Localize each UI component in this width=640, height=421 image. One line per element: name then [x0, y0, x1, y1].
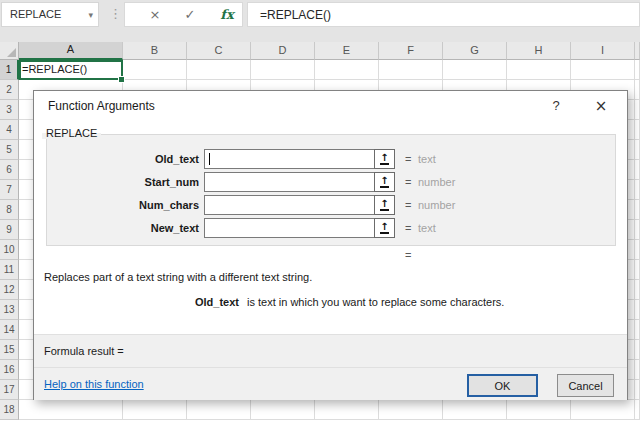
new_text-input[interactable]: ↑: [204, 218, 395, 238]
row-header-5[interactable]: 5: [0, 140, 19, 160]
row-header-13[interactable]: 13: [0, 300, 19, 320]
dialog-help-button[interactable]: ?: [542, 94, 570, 118]
grid-cell[interactable]: [251, 400, 315, 420]
collapse-dialog-button[interactable]: ↑: [374, 195, 395, 215]
grid-cell[interactable]: [571, 400, 635, 420]
grid-cell[interactable]: [635, 220, 640, 240]
insert-function-icon[interactable]: fx: [215, 3, 239, 26]
column-header-partial[interactable]: [635, 42, 640, 60]
grid-cell[interactable]: [507, 400, 571, 420]
argument-hint: Old_textis text in which you want to rep…: [195, 296, 504, 308]
field-equals-new_text: =: [405, 218, 411, 238]
collapse-dialog-button[interactable]: ↑: [374, 149, 395, 169]
grid-cell[interactable]: [315, 60, 379, 80]
row-header-14[interactable]: 14: [0, 320, 19, 340]
grid-cell[interactable]: [635, 100, 640, 120]
column-header-a[interactable]: A: [19, 42, 123, 60]
row-header-12[interactable]: 12: [0, 280, 19, 300]
grid-cell[interactable]: [123, 400, 187, 420]
grid-cell[interactable]: [635, 320, 640, 340]
collapse-dialog-icon-bar: [380, 232, 389, 234]
grid-cell[interactable]: [635, 120, 640, 140]
grid-cell[interactable]: [635, 160, 640, 180]
grid-cell[interactable]: [379, 60, 443, 80]
grid-cell[interactable]: [635, 300, 640, 320]
row-header-8[interactable]: 8: [0, 200, 19, 220]
field-equals-old_text: =: [405, 149, 411, 169]
name-box[interactable]: REPLACE ▾: [1, 2, 99, 27]
num_chars-input-area[interactable]: [205, 196, 374, 214]
field-label-old_text: Old_text: [46, 149, 199, 169]
grid-cell[interactable]: [635, 240, 640, 260]
grid-cell[interactable]: [635, 180, 640, 200]
grid-cell[interactable]: [251, 60, 315, 80]
footer-divider: [34, 367, 627, 368]
row-header-15[interactable]: 15: [0, 340, 19, 360]
field-equals-num_chars: =: [405, 195, 411, 215]
row-header-6[interactable]: 6: [0, 160, 19, 180]
cancel-button[interactable]: Cancel: [557, 374, 614, 397]
row-header-3[interactable]: 3: [0, 100, 19, 120]
column-header-c[interactable]: C: [187, 42, 251, 60]
row-header-2[interactable]: 2: [0, 80, 19, 100]
grid-cell[interactable]: [635, 380, 640, 400]
fill-handle[interactable]: [118, 76, 125, 83]
enter-entry-icon[interactable]: ✓: [178, 3, 202, 26]
collapse-dialog-icon: ↑: [380, 199, 388, 208]
select-all-button[interactable]: [0, 42, 19, 60]
grid-cell[interactable]: [635, 260, 640, 280]
dialog-close-icon[interactable]: ×: [584, 94, 618, 118]
row-header-11[interactable]: 11: [0, 260, 19, 280]
grid-cell[interactable]: [635, 140, 640, 160]
grid-cell[interactable]: [635, 400, 640, 420]
grid-cell[interactable]: [635, 360, 640, 380]
column-header-d[interactable]: D: [251, 42, 315, 60]
row-header-9[interactable]: 9: [0, 220, 19, 240]
formula-result-label: Formula result =: [44, 345, 124, 357]
row-header-4[interactable]: 4: [0, 120, 19, 140]
column-header-i[interactable]: I: [571, 42, 635, 60]
row-header-17[interactable]: 17: [0, 380, 19, 400]
ok-button[interactable]: OK: [467, 374, 538, 397]
start_num-input-area[interactable]: [205, 173, 374, 191]
grid-cell[interactable]: [123, 60, 187, 80]
grid-cell[interactable]: [571, 60, 635, 80]
start_num-input[interactable]: ↑: [204, 172, 395, 192]
grid-cell[interactable]: [635, 60, 640, 80]
grid-cell[interactable]: [443, 60, 507, 80]
column-header-g[interactable]: G: [443, 42, 507, 60]
grid-cell[interactable]: [315, 400, 379, 420]
grid-cell[interactable]: [635, 200, 640, 220]
collapse-dialog-icon: ↑: [380, 176, 388, 185]
old_text-input-area[interactable]: [205, 150, 374, 168]
grid-cell[interactable]: [443, 400, 507, 420]
grid-cell[interactable]: [507, 60, 571, 80]
grid-cell[interactable]: [19, 400, 123, 420]
grid-cell[interactable]: [635, 280, 640, 300]
grid-cell[interactable]: [379, 400, 443, 420]
grid-cell[interactable]: [635, 80, 640, 100]
collapse-dialog-icon: ↑: [380, 153, 388, 162]
row-header-18[interactable]: 18: [0, 400, 19, 420]
row-header-1[interactable]: 1: [0, 60, 19, 80]
help-link[interactable]: Help on this function: [44, 378, 144, 390]
column-header-f[interactable]: F: [379, 42, 443, 60]
column-header-b[interactable]: B: [123, 42, 187, 60]
collapse-dialog-button[interactable]: ↑: [374, 172, 395, 192]
name-box-dropdown-icon[interactable]: ▾: [88, 10, 93, 20]
function-arguments-dialog: Function Arguments ? × REPLACE Old_text↑…: [33, 90, 628, 400]
row-header-10[interactable]: 10: [0, 240, 19, 260]
column-header-e[interactable]: E: [315, 42, 379, 60]
grid-cell[interactable]: [187, 60, 251, 80]
row-header-16[interactable]: 16: [0, 360, 19, 380]
grid-cell[interactable]: [635, 340, 640, 360]
grid-cell[interactable]: [187, 400, 251, 420]
cancel-entry-icon[interactable]: ×: [143, 3, 167, 26]
num_chars-input[interactable]: ↑: [204, 195, 395, 215]
formula-bar[interactable]: =REPLACE(): [247, 2, 640, 27]
collapse-dialog-button[interactable]: ↑: [374, 218, 395, 238]
column-header-h[interactable]: H: [507, 42, 571, 60]
old_text-input[interactable]: ↑: [204, 149, 395, 169]
row-header-7[interactable]: 7: [0, 180, 19, 200]
new_text-input-area[interactable]: [205, 219, 374, 237]
